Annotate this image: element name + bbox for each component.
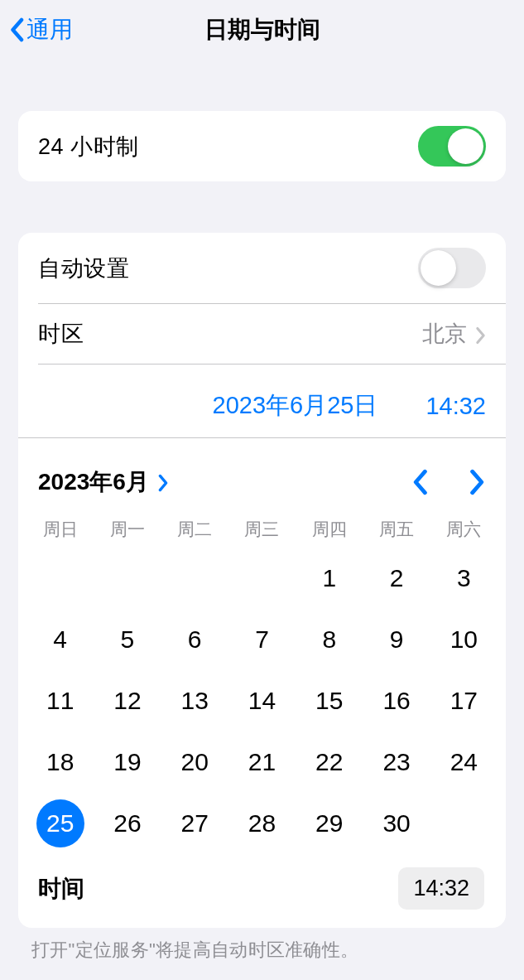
day-number: 24 (450, 748, 478, 776)
day-cell[interactable]: 7 (228, 609, 296, 670)
label-timezone: 时区 (38, 319, 84, 349)
day-number: 13 (181, 687, 209, 715)
day-number: 30 (382, 809, 410, 838)
day-cell[interactable]: 26 (94, 793, 161, 854)
day-number: 10 (450, 625, 478, 654)
value-timezone: 北京 (422, 319, 486, 349)
nav-bar: 通用 日期与时间 (0, 0, 524, 60)
timezone-text: 北京 (422, 319, 467, 349)
row-selected-datetime: 2023年6月25日 14:32 (18, 364, 506, 437)
day-cell[interactable]: 25 (26, 793, 94, 854)
calendar-header: 2023年6月 (26, 447, 498, 513)
day-number: 17 (450, 687, 478, 715)
weekday-label: 周二 (161, 518, 228, 541)
day-cell[interactable]: 8 (296, 609, 363, 670)
group-24h: 24 小时制 (18, 111, 506, 181)
day-cell[interactable]: 20 (161, 731, 228, 793)
toggle-24h[interactable] (418, 126, 486, 167)
day-cell[interactable]: 17 (430, 670, 498, 731)
day-cell-empty (161, 548, 228, 609)
day-cell[interactable]: 3 (430, 548, 498, 609)
time-row-label: 时间 (38, 873, 84, 905)
back-label: 通用 (26, 14, 73, 46)
day-number: 8 (322, 625, 336, 654)
chevron-right-icon (475, 325, 486, 343)
day-number: 16 (382, 687, 410, 715)
day-cell[interactable]: 30 (363, 793, 430, 854)
day-cell[interactable]: 18 (26, 731, 94, 793)
day-cell[interactable]: 9 (363, 609, 430, 670)
weekday-label: 周四 (296, 518, 363, 541)
toggle-thumb (421, 250, 456, 286)
day-number: 20 (181, 748, 209, 776)
day-cell[interactable]: 10 (430, 609, 498, 670)
day-cell-empty (228, 548, 296, 609)
weekday-label: 周六 (430, 518, 498, 541)
day-cell[interactable]: 22 (296, 731, 363, 793)
time-pill-button[interactable]: 14:32 (398, 867, 484, 910)
day-cell[interactable]: 27 (161, 793, 228, 854)
toggle-auto-set[interactable] (418, 248, 486, 288)
day-cell[interactable]: 19 (94, 731, 161, 793)
day-number: 9 (390, 625, 404, 654)
weekday-label: 周日 (26, 518, 94, 541)
day-cell[interactable]: 13 (161, 670, 228, 731)
day-number: 28 (248, 809, 276, 838)
day-number: 18 (46, 748, 74, 776)
day-number: 25 (46, 809, 74, 838)
day-cell[interactable]: 11 (26, 670, 94, 731)
day-number: 15 (315, 687, 343, 715)
day-number: 22 (315, 748, 343, 776)
prev-month-button[interactable] (411, 469, 428, 495)
day-number: 5 (121, 625, 135, 654)
day-cell[interactable]: 28 (228, 793, 296, 854)
row-24h: 24 小时制 (18, 111, 506, 181)
day-cell[interactable]: 21 (228, 731, 296, 793)
day-cell[interactable]: 15 (296, 670, 363, 731)
day-cell[interactable]: 14 (228, 670, 296, 731)
days-grid: 1234567891011121314151617181920212223242… (26, 548, 498, 854)
group-datetime: 自动设置 时区 北京 2023年6月25日 14:32 2023年6月 (18, 233, 506, 928)
day-cell[interactable]: 6 (161, 609, 228, 670)
next-month-button[interactable] (469, 469, 486, 495)
day-cell[interactable]: 16 (363, 670, 430, 731)
day-number: 19 (113, 748, 141, 776)
day-cell[interactable]: 24 (430, 731, 498, 793)
day-number: 21 (248, 748, 276, 776)
day-number: 7 (255, 625, 269, 654)
toggle-thumb (448, 128, 483, 164)
day-cell[interactable]: 5 (94, 609, 161, 670)
day-cell-empty (26, 548, 94, 609)
back-button[interactable]: 通用 (8, 14, 73, 46)
day-cell[interactable]: 29 (296, 793, 363, 854)
selected-time-button[interactable]: 14:32 (425, 393, 486, 420)
day-cell-empty (94, 548, 161, 609)
row-auto-set: 自动设置 (18, 233, 506, 303)
day-number: 26 (113, 809, 141, 838)
weekday-label: 周五 (363, 518, 430, 541)
day-number: 4 (53, 625, 67, 654)
weekday-label: 周三 (228, 518, 296, 541)
month-label: 2023年6月 (38, 466, 149, 498)
selected-date-button[interactable]: 2023年6月25日 (213, 389, 378, 422)
day-cell[interactable]: 2 (363, 548, 430, 609)
month-picker[interactable]: 2023年6月 (38, 466, 169, 498)
day-cell[interactable]: 23 (363, 731, 430, 793)
day-number: 12 (113, 687, 141, 715)
row-timezone[interactable]: 时区 北京 (18, 304, 506, 364)
label-auto-set: 自动设置 (38, 253, 129, 283)
chevron-right-icon (157, 474, 169, 492)
day-number: 1 (322, 564, 336, 592)
day-cell[interactable]: 12 (94, 670, 161, 731)
time-row: 时间 14:32 (26, 854, 498, 928)
day-number: 11 (46, 687, 74, 715)
day-cell[interactable]: 1 (296, 548, 363, 609)
day-number: 29 (315, 809, 343, 838)
weekday-label: 周一 (94, 518, 161, 541)
day-number: 6 (188, 625, 202, 654)
day-number: 14 (248, 687, 276, 715)
day-number: 23 (382, 748, 410, 776)
day-cell[interactable]: 4 (26, 609, 94, 670)
footer-text: 打开"定位服务"将提高自动时区准确性。 (0, 928, 524, 963)
day-number: 3 (457, 564, 471, 592)
